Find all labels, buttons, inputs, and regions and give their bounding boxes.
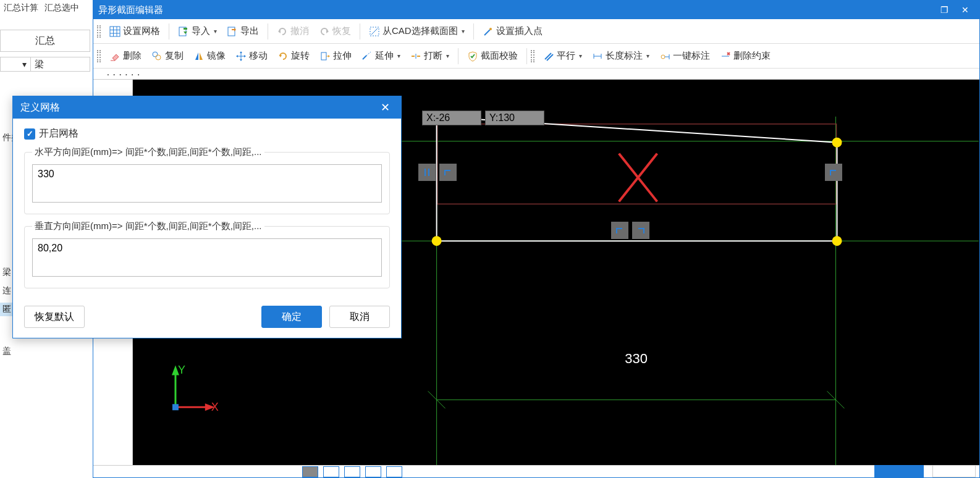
copy-button[interactable]: 复制 bbox=[146, 49, 188, 63]
constraint-vertical-icon[interactable] bbox=[418, 164, 436, 181]
svg-marker-24 bbox=[240, 51, 242, 53]
svg-rect-7 bbox=[228, 27, 235, 36]
background-menubar: 汇总计算 汇总选中 bbox=[0, 0, 83, 16]
auto-dim-button[interactable]: 一键标注 bbox=[654, 49, 715, 63]
delete-constraint-icon bbox=[720, 51, 731, 62]
toolbar-handle[interactable] bbox=[97, 25, 101, 38]
toolbar-primary: 设置网格 导入▾ 导出 撤消 恢复 从CAD选择截面图▾ 设置插入点 bbox=[93, 19, 979, 44]
extend-button[interactable]: 延伸▾ bbox=[357, 49, 405, 63]
mirror-button[interactable]: 镜像 bbox=[188, 49, 230, 63]
move-button[interactable]: 移动 bbox=[230, 49, 272, 63]
redo-icon bbox=[319, 26, 330, 37]
chevron-down-icon: ▾ bbox=[646, 52, 649, 59]
define-grid-dialog: 定义网格 ✕ ✓ 开启网格 水平方向间距(mm)=> 间距*个数,间距,间距*个… bbox=[12, 96, 402, 338]
export-button[interactable]: 导出 bbox=[222, 24, 264, 38]
constraint-perp-icon[interactable] bbox=[611, 222, 628, 239]
svg-point-42 bbox=[661, 55, 665, 59]
redo-button[interactable]: 恢复 bbox=[314, 24, 356, 38]
restore-default-button[interactable]: 恢复默认 bbox=[24, 306, 85, 328]
extend-icon bbox=[361, 51, 373, 62]
footer-toggle[interactable] bbox=[344, 466, 360, 477]
enable-grid-label: 开启网格 bbox=[39, 127, 78, 140]
bg-dropdown-value: 梁 bbox=[31, 57, 90, 72]
length-dim-button[interactable]: 长度标注▾ bbox=[587, 49, 654, 63]
vertical-spacing-input[interactable] bbox=[32, 238, 382, 277]
vertical-spacing-legend: 垂直方向间距(mm)=> 间距*个数,间距,间距*个数,间距,... bbox=[32, 220, 264, 232]
toolbar-secondary: 删除 复制 镜像 移动 旋转 拉伸 延伸▾ 打断▾ bbox=[93, 44, 979, 69]
menu-summary-sel[interactable]: 汇总选中 bbox=[44, 2, 79, 14]
constraint-perp-icon[interactable] bbox=[632, 222, 649, 239]
stretch-button[interactable]: 拉伸 bbox=[315, 49, 357, 63]
stretch-icon bbox=[319, 51, 331, 62]
set-grid-button[interactable]: 设置网格 bbox=[104, 24, 165, 38]
from-cad-button[interactable]: 从CAD选择截面图▾ bbox=[364, 24, 470, 38]
ok-button[interactable]: 确定 bbox=[261, 306, 322, 328]
svg-marker-27 bbox=[244, 55, 246, 57]
cad-select-icon bbox=[369, 26, 380, 37]
footer-toggle[interactable] bbox=[386, 466, 402, 477]
bg-dropdown-arrow[interactable]: ▾ bbox=[0, 57, 31, 72]
chevron-down-icon: ▾ bbox=[397, 52, 400, 59]
horizontal-spacing-group: 水平方向间距(mm)=> 间距*个数,间距,间距*个数,间距,... bbox=[24, 146, 390, 214]
constraint-perp-icon[interactable] bbox=[825, 164, 842, 181]
export-icon bbox=[227, 26, 238, 37]
footer-toggle[interactable] bbox=[323, 466, 339, 477]
footer-ok-button[interactable] bbox=[874, 465, 924, 477]
horizontal-spacing-legend: 水平方向间距(mm)=> 间距*个数,间距,间距*个数,间距,... bbox=[32, 146, 264, 158]
svg-point-59 bbox=[432, 236, 442, 246]
constraint-perp-icon[interactable] bbox=[439, 164, 457, 181]
svg-marker-25 bbox=[240, 59, 242, 61]
bg-dropdown[interactable]: ▾ 梁 bbox=[0, 57, 90, 72]
menu-summary-calc[interactable]: 汇总计算 bbox=[4, 2, 38, 14]
insert-point-icon bbox=[483, 26, 494, 37]
window-restore-icon[interactable]: ❐ bbox=[935, 3, 953, 17]
dialog-titlebar[interactable]: 定义网格 ✕ bbox=[13, 96, 401, 119]
undo-button[interactable]: 撤消 bbox=[272, 24, 314, 38]
delete-button[interactable]: 删除 bbox=[104, 49, 146, 63]
delete-constraint-button[interactable]: 删除约束 bbox=[715, 49, 775, 63]
footer-cancel-button[interactable] bbox=[932, 465, 976, 477]
rotate-button[interactable]: 旋转 bbox=[272, 49, 315, 63]
toolbar-handle[interactable] bbox=[97, 50, 101, 62]
dimension-icon bbox=[592, 51, 603, 62]
svg-point-58 bbox=[832, 236, 842, 246]
undo-icon bbox=[277, 26, 288, 37]
svg-line-38 bbox=[547, 54, 553, 61]
parallel-button[interactable]: 平行▾ bbox=[538, 49, 587, 63]
break-button[interactable]: 打断▾ bbox=[405, 49, 454, 63]
svg-rect-72 bbox=[172, 404, 179, 410]
editor-titlebar[interactable]: 异形截面编辑器 ❐ ✕ bbox=[93, 1, 979, 19]
break-icon bbox=[410, 51, 421, 62]
import-button[interactable]: 导入▾ bbox=[173, 24, 222, 38]
editor-footer bbox=[93, 465, 979, 477]
chevron-down-icon: ▾ bbox=[446, 52, 449, 59]
svg-point-19 bbox=[156, 55, 161, 60]
toolbar-handle[interactable] bbox=[531, 50, 534, 62]
footer-toggle[interactable] bbox=[365, 466, 381, 477]
horizontal-spacing-input[interactable] bbox=[32, 164, 382, 203]
svg-line-14 bbox=[484, 30, 490, 35]
svg-line-13 bbox=[371, 28, 378, 35]
footer-toggle[interactable] bbox=[302, 466, 318, 477]
svg-point-57 bbox=[832, 138, 842, 148]
left-item[interactable]: 盖 bbox=[0, 345, 16, 358]
svg-point-15 bbox=[489, 28, 492, 30]
cancel-button[interactable]: 取消 bbox=[329, 306, 390, 328]
bg-tab-summary[interactable]: 汇总 bbox=[0, 30, 90, 52]
close-icon[interactable]: ✕ bbox=[376, 100, 394, 115]
validate-button[interactable]: 截面校验 bbox=[462, 49, 523, 63]
dialog-title-text: 定义网格 bbox=[20, 101, 60, 114]
svg-text:Y: Y bbox=[178, 364, 185, 376]
svg-marker-6 bbox=[184, 31, 187, 34]
svg-line-37 bbox=[545, 53, 551, 59]
eraser-icon bbox=[109, 51, 120, 62]
window-close-icon[interactable]: ✕ bbox=[956, 3, 974, 17]
svg-marker-20 bbox=[195, 52, 198, 60]
chevron-down-icon: ▾ bbox=[579, 52, 582, 59]
enable-grid-checkbox[interactable]: ✓ bbox=[24, 128, 35, 140]
editor-title-text: 异形截面编辑器 bbox=[98, 4, 163, 16]
insert-point-button[interactable]: 设置插入点 bbox=[478, 24, 547, 38]
horizontal-ruler[interactable]: ······ bbox=[93, 69, 979, 80]
coord-x-readout: X:-26 bbox=[422, 111, 481, 125]
svg-marker-26 bbox=[236, 55, 238, 57]
